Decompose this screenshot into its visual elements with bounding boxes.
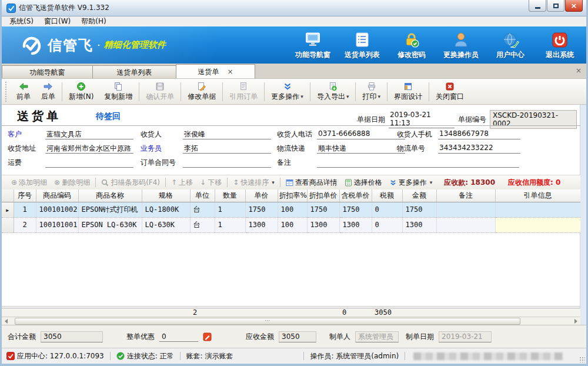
cell[interactable]: 1750 xyxy=(402,202,436,217)
resize-grip-icon[interactable] xyxy=(579,357,585,362)
banner-action-password[interactable]: 修改密码 xyxy=(393,31,430,60)
salesman-field[interactable]: 李拓 xyxy=(183,144,271,154)
cell[interactable]: LQ-630K xyxy=(142,217,190,232)
cell[interactable]: 1 xyxy=(215,202,245,217)
cell[interactable]: 100101002 xyxy=(36,202,78,217)
import-export-button[interactable]: 导入导出▾ xyxy=(312,81,355,103)
menu-window[interactable]: 窗口(W) xyxy=(39,16,76,27)
move-up-button[interactable]: ↑ 上移 xyxy=(168,178,196,188)
col-header[interactable]: 商品编码 xyxy=(36,189,78,202)
cell[interactable]: 台 xyxy=(190,202,215,217)
table-row[interactable]: ▶ 1 100101002 EPSON针式打印机 LQ-1800K 台 1 17… xyxy=(2,202,580,217)
horizontal-scrollbar[interactable]: ⋯ xyxy=(2,317,580,325)
cell[interactable]: 1750 xyxy=(307,202,339,217)
banner-action-exit[interactable]: 退出系统 xyxy=(542,31,578,60)
grid-more-actions-button[interactable]: 更多操作 ▾ xyxy=(386,178,436,188)
customer-field[interactable]: 蓝猫文具店 xyxy=(45,129,133,139)
cell[interactable]: 台 xyxy=(190,217,215,232)
minimize-button[interactable] xyxy=(529,0,546,12)
next-order-button[interactable]: 后单 xyxy=(36,81,61,103)
col-header[interactable]: 规格 xyxy=(142,189,190,202)
modify-button[interactable]: 修改单据 xyxy=(182,81,221,103)
select-price-button[interactable]: 选择价格 xyxy=(341,178,386,188)
cell[interactable]: 1300 xyxy=(339,217,372,232)
cell[interactable] xyxy=(495,217,580,232)
salesman-label[interactable]: 业务员 xyxy=(141,144,162,153)
tabstrip-close-icon[interactable]: × xyxy=(576,66,582,75)
col-header[interactable]: 单价 xyxy=(245,189,278,202)
phone-field[interactable]: 0371-6666888 xyxy=(317,129,405,139)
cell[interactable]: 1 xyxy=(215,217,245,232)
scan-barcode-button[interactable]: 扫描条形码(F4) xyxy=(98,178,163,188)
tab-delivery-order[interactable]: 送货单× xyxy=(176,64,255,78)
cell[interactable]: 1300 xyxy=(245,217,278,232)
cell[interactable]: 0 xyxy=(372,217,402,232)
confirm-button[interactable]: 确认开单 xyxy=(141,81,179,103)
contract-no-field[interactable] xyxy=(183,158,271,168)
print-button[interactable]: 打印▾ xyxy=(357,81,386,103)
menu-system[interactable]: 系统(S) xyxy=(4,16,39,27)
discount-field[interactable]: 0 xyxy=(159,332,198,342)
tab-delivery-list[interactable]: 送货单列表 xyxy=(92,65,176,78)
cell[interactable]: 100 xyxy=(278,217,307,232)
banner-action-nav[interactable]: 功能导航窗 xyxy=(295,31,331,60)
banner-action-user-center[interactable]: 用户中心 xyxy=(492,31,529,60)
col-header[interactable]: 引单信息 xyxy=(495,189,580,202)
remark-field[interactable] xyxy=(317,158,519,168)
cell[interactable]: EPSON针式打印机 xyxy=(78,202,142,217)
cell[interactable]: EPSON LQ-630K xyxy=(78,217,142,232)
tab-nav-window[interactable]: 功能导航窗 xyxy=(2,65,93,78)
cell[interactable]: 2 xyxy=(14,217,36,232)
customer-label[interactable]: 客户 xyxy=(8,129,22,139)
cell[interactable]: 1300 xyxy=(402,217,436,232)
col-header[interactable]: 金额 xyxy=(402,189,436,202)
cell[interactable]: 100101001 xyxy=(36,217,78,232)
tracking-no-field[interactable]: 343434233222 xyxy=(438,144,520,154)
logistics-field[interactable]: 顺丰快递 xyxy=(317,144,405,154)
delete-detail-button[interactable]: ⊗ 删除明细 xyxy=(51,178,93,188)
mobile-field[interactable]: 13488667978 xyxy=(438,129,520,139)
scroll-left-icon[interactable] xyxy=(5,319,8,324)
cell[interactable] xyxy=(495,202,580,217)
close-button[interactable]: × xyxy=(565,0,583,12)
table-row[interactable]: 2 100101001 EPSON LQ-630K LQ-630K 台 1 13… xyxy=(2,217,580,232)
col-header[interactable]: 含税单价 xyxy=(339,189,372,202)
cell[interactable]: LQ-1800K xyxy=(142,202,190,217)
col-header[interactable]: 备注 xyxy=(436,189,495,202)
ui-design-button[interactable]: 界面设计 xyxy=(389,81,427,103)
col-header[interactable]: 折扣单价 xyxy=(307,189,339,202)
move-down-button[interactable]: ↓ 下移 xyxy=(196,178,225,188)
cell[interactable]: 100 xyxy=(278,202,307,217)
col-header[interactable]: 折扣率% xyxy=(278,189,307,202)
add-detail-button[interactable]: ⊕ 添加明细 xyxy=(8,178,51,188)
more-actions-button[interactable]: 更多操作▾ xyxy=(266,81,309,103)
col-header[interactable]: 商品名称 xyxy=(78,189,142,202)
reference-order-button[interactable]: 引用订单 xyxy=(224,81,263,103)
cell[interactable]: 1750 xyxy=(245,202,278,217)
address-field[interactable]: 河南省郑州市金水区中原路 xyxy=(45,144,133,154)
cell[interactable] xyxy=(436,217,495,232)
edit-discount-icon[interactable] xyxy=(203,332,212,341)
cell[interactable]: 1300 xyxy=(307,217,339,232)
tab-close-icon[interactable]: × xyxy=(227,68,233,76)
cell[interactable]: 0 xyxy=(372,202,402,217)
maximize-button[interactable] xyxy=(547,0,564,12)
scrollbar-thumb[interactable]: ⋯ xyxy=(15,318,520,325)
freight-field[interactable] xyxy=(45,158,133,168)
col-header[interactable]: 单位 xyxy=(190,189,215,202)
menu-help[interactable]: 帮助(H) xyxy=(76,16,111,27)
scroll-right-icon[interactable] xyxy=(574,319,577,324)
cell[interactable] xyxy=(436,202,495,217)
close-window-button[interactable]: 关闭窗口 xyxy=(430,81,469,103)
banner-action-operator[interactable]: 更换操作员 xyxy=(443,31,479,60)
quick-sort-button[interactable]: ↕ 快速排序 ▾ xyxy=(229,178,278,188)
banner-action-list[interactable]: 送货单列表 xyxy=(344,31,380,60)
prev-order-button[interactable]: 前单 xyxy=(11,81,36,103)
col-header[interactable]: 税额 xyxy=(372,189,402,202)
view-product-detail-button[interactable]: 查看商品详情 xyxy=(282,178,341,188)
cell[interactable]: 1 xyxy=(14,202,36,217)
consignee-field[interactable]: 张俊峰 xyxy=(183,129,271,139)
cell[interactable]: 1750 xyxy=(339,202,372,217)
copy-new-button[interactable]: 复制新增 xyxy=(99,81,138,103)
col-header[interactable]: 序号 xyxy=(14,189,36,202)
